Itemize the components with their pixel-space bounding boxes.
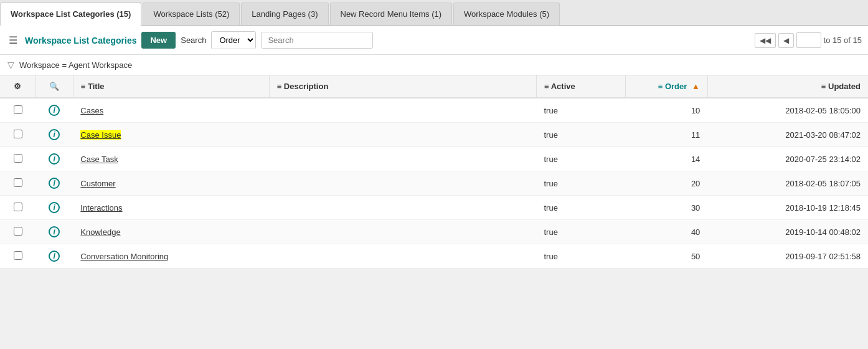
tab-new-record-menu-items[interactable]: New Record Menu Items (1) xyxy=(330,2,453,25)
new-button[interactable]: New xyxy=(141,32,176,49)
table-row: i Case Issue true 11 2021-03-20 08:47:02 xyxy=(0,123,868,147)
info-icon[interactable]: i xyxy=(49,202,60,213)
row-active-cell: true xyxy=(536,98,625,123)
row-info-cell: i xyxy=(35,220,73,244)
row-title-link[interactable]: Conversation Monitoring xyxy=(80,252,168,261)
row-checkbox[interactable] xyxy=(14,251,22,260)
row-title-cell: Interactions xyxy=(73,196,269,220)
row-checkbox-cell xyxy=(0,147,35,171)
page-total: to 15 of 15 xyxy=(824,36,862,45)
filter-icon: ▽ xyxy=(7,60,14,70)
col-header-order[interactable]: ≡ Order ▲ xyxy=(626,75,708,98)
row-title-link[interactable]: Case Issue xyxy=(80,130,121,140)
row-title-link[interactable]: Interactions xyxy=(80,203,122,213)
row-checkbox-cell xyxy=(0,171,35,196)
filter-bar: ▽ Workspace = Agent Workspace xyxy=(0,55,868,75)
row-updated-cell: 2018-10-19 12:18:45 xyxy=(707,196,868,220)
row-title-link[interactable]: Case Task xyxy=(80,155,118,164)
col-header-check: ⚙ xyxy=(0,75,35,98)
table-row: i Interactions true 30 2018-10-19 12:18:… xyxy=(0,196,868,220)
row-checkbox[interactable] xyxy=(14,227,22,236)
row-checkbox[interactable] xyxy=(14,203,22,211)
hamburger-button[interactable]: ☰ xyxy=(6,32,20,49)
table-row: i Cases true 10 2018-02-05 18:05:00 xyxy=(0,98,868,123)
info-icon[interactable]: i xyxy=(49,178,60,189)
first-page-button[interactable]: ◀◀ xyxy=(755,33,776,48)
row-updated-cell: 2019-09-17 02:51:58 xyxy=(707,244,868,269)
info-icon[interactable]: i xyxy=(49,105,60,116)
row-checkbox-cell xyxy=(0,196,35,220)
row-title-link[interactable]: Knowledge xyxy=(80,227,120,237)
row-title-cell: Knowledge xyxy=(73,220,269,244)
table-row: i Customer true 20 2018-02-05 18:07:05 xyxy=(0,171,868,196)
prev-page-button[interactable]: ◀ xyxy=(778,33,794,48)
row-checkbox[interactable] xyxy=(14,130,22,138)
search-label: Search xyxy=(181,36,206,45)
table-row: i Knowledge true 40 2019-10-14 00:48:02 xyxy=(0,220,868,244)
row-description-cell xyxy=(269,171,536,196)
row-description-cell xyxy=(269,147,536,171)
row-updated-cell: 2020-07-25 23:14:02 xyxy=(707,147,868,171)
tab-workspace-lists[interactable]: Workspace Lists (52) xyxy=(143,2,240,25)
row-updated-cell: 2018-02-05 18:07:05 xyxy=(707,171,868,196)
row-title-link[interactable]: Customer xyxy=(80,179,115,188)
table-row: i Case Task true 14 2020-07-25 23:14:02 xyxy=(0,147,868,171)
row-description-cell xyxy=(269,196,536,220)
row-title-link[interactable]: Cases xyxy=(80,106,103,115)
gear-icon[interactable]: ⚙ xyxy=(14,82,21,91)
data-table: ⚙ 🔍 ≡ Title ≡ Description ≡ Active ≡ Ord… xyxy=(0,75,868,269)
info-icon[interactable]: i xyxy=(49,153,60,165)
search-icon[interactable]: 🔍 xyxy=(49,82,59,91)
row-order-cell: 20 xyxy=(626,171,708,196)
tab-workspace-list-categories[interactable]: Workspace List Categories (15) xyxy=(0,2,141,26)
row-order-cell: 14 xyxy=(626,147,708,171)
row-checkbox-cell xyxy=(0,220,35,244)
row-description-cell xyxy=(269,220,536,244)
row-active-cell: true xyxy=(536,220,625,244)
col-header-updated[interactable]: ≡ Updated xyxy=(707,75,868,98)
col-header-description[interactable]: ≡ Description xyxy=(269,75,536,98)
row-active-cell: true xyxy=(536,147,625,171)
row-checkbox[interactable] xyxy=(14,178,22,187)
row-order-cell: 50 xyxy=(626,244,708,269)
search-input[interactable] xyxy=(261,32,373,49)
row-order-cell: 40 xyxy=(626,220,708,244)
row-title-cell: Cases xyxy=(73,98,269,123)
row-title-cell: Conversation Monitoring xyxy=(73,244,269,269)
row-info-cell: i xyxy=(35,196,73,220)
row-description-cell xyxy=(269,244,536,269)
tab-bar: Workspace List Categories (15)Workspace … xyxy=(0,0,868,26)
pagination: ◀◀ ◀ 1 to 15 of 15 xyxy=(755,32,862,48)
tab-workspace-modules[interactable]: Workspace Modules (5) xyxy=(453,2,560,25)
row-title-cell: Customer xyxy=(73,171,269,196)
row-checkbox[interactable] xyxy=(14,154,22,163)
row-info-cell: i xyxy=(35,123,73,147)
info-icon[interactable]: i xyxy=(49,251,60,262)
row-title-cell: Case Issue xyxy=(73,123,269,147)
col-header-active[interactable]: ≡ Active xyxy=(536,75,625,98)
row-order-cell: 10 xyxy=(626,98,708,123)
row-active-cell: true xyxy=(536,123,625,147)
row-updated-cell: 2019-10-14 00:48:02 xyxy=(707,220,868,244)
col-header-info: 🔍 xyxy=(35,75,73,98)
sort-arrow-icon: ▲ xyxy=(692,82,700,91)
row-updated-cell: 2021-03-20 08:47:02 xyxy=(707,123,868,147)
filter-text: Workspace = Agent Workspace xyxy=(19,60,132,70)
table-row: i Conversation Monitoring true 50 2019-0… xyxy=(0,244,868,269)
tab-landing-pages[interactable]: Landing Pages (3) xyxy=(241,2,328,25)
row-info-cell: i xyxy=(35,244,73,269)
row-checkbox[interactable] xyxy=(14,105,22,114)
info-icon[interactable]: i xyxy=(49,226,60,237)
col-header-title[interactable]: ≡ Title xyxy=(73,75,269,98)
row-checkbox-cell xyxy=(0,123,35,147)
order-select[interactable]: Order xyxy=(211,31,256,49)
row-info-cell: i xyxy=(35,171,73,196)
workspace-label: Workspace List Categories xyxy=(25,36,136,45)
info-icon[interactable]: i xyxy=(49,129,60,140)
row-updated-cell: 2018-02-05 18:05:00 xyxy=(707,98,868,123)
table-container: ⚙ 🔍 ≡ Title ≡ Description ≡ Active ≡ Ord… xyxy=(0,75,868,269)
row-checkbox-cell xyxy=(0,244,35,269)
page-input[interactable]: 1 xyxy=(796,32,821,48)
row-active-cell: true xyxy=(536,171,625,196)
row-description-cell xyxy=(269,98,536,123)
